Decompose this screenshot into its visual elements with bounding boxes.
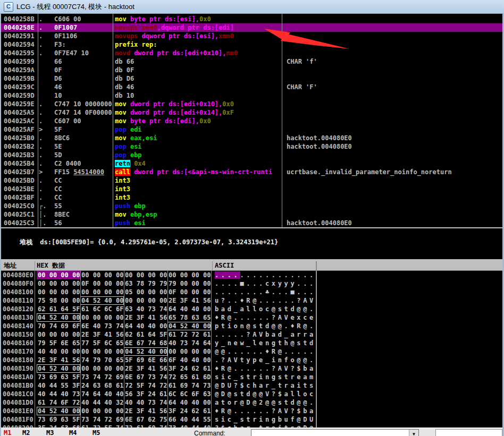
hex-group[interactable]: 72 61 69 74 — [124, 424, 167, 428]
hex-group[interactable]: 75 98 00 00 — [37, 296, 80, 305]
app-icon[interactable]: C — [4, 2, 13, 12]
dump-row[interactable]: 00408110 75 98 00 0004 52 40 0000 00 00 … — [1, 296, 502, 305]
hex-group[interactable]: 73 74 72 69 — [80, 415, 124, 424]
hex-group[interactable]: 61 72 72 61 — [167, 330, 211, 339]
title-bar[interactable]: C LCG - 线程 00007C74, 模块 - hacktoot — [0, 0, 504, 14]
hex-group[interactable]: 00 00 00 00 — [124, 271, 167, 279]
hex-group[interactable]: 04 52 40 00 — [167, 322, 211, 330]
disasm-row[interactable]: 004025B7 > FF15 54514000 call dword ptr … — [1, 168, 502, 176]
hex-group[interactable]: 2E 3F 41 56 — [80, 330, 124, 339]
hex-group[interactable]: 24 63 68 61 — [80, 381, 124, 390]
hex-group[interactable]: 66 40 44 55 — [167, 415, 211, 424]
dump-ascii[interactable]: ♦R@......?AVexce — [215, 313, 316, 322]
disasm-row[interactable]: 004025BF . CC int3 — [1, 193, 502, 202]
dump-ascii[interactable]: ................ — [215, 271, 316, 279]
disasm-row[interactable]: 004025B4 . C2 0400 retn 0x4 — [1, 159, 502, 168]
hex-group[interactable]: 00 00 00 00 — [37, 279, 80, 288]
hex-group[interactable]: 40 73 74 64 — [167, 339, 211, 347]
hex-group[interactable]: 3F 24 62 61 — [167, 407, 211, 415]
dump-tab-m3[interactable]: M3 — [46, 429, 54, 436]
dump-row[interactable]: 00408170 40 40 00 0000 00 00 0004 52 40 … — [1, 347, 502, 356]
disasm-row[interactable]: 004025C0 ┌. 55 push ebp — [1, 202, 502, 210]
dump-row[interactable]: 004080E0 00 00 00 0000 00 00 0000 00 00 … — [1, 271, 502, 279]
hex-group[interactable]: 3F 24 63 68 — [37, 424, 80, 428]
dump-row[interactable]: 004081B0 40 44 55 3F24 63 68 6172 5F 74 … — [1, 381, 502, 390]
hex-group[interactable]: 2E 3F 41 56 — [124, 407, 167, 415]
dump-tab-m2[interactable]: M2 — [22, 429, 30, 436]
hex-group[interactable]: 64 40 40 00 — [167, 398, 211, 407]
disasm-row[interactable]: 004025AF > 5F pop edi — [1, 125, 502, 134]
dropdown-arrow-icon[interactable]: ▼ — [409, 430, 418, 436]
hex-group[interactable]: 61 72 5F 74 — [80, 424, 124, 428]
hex-dump-pane[interactable]: 004080E0 00 00 00 0000 00 00 0000 00 00 … — [1, 271, 502, 428]
hex-group[interactable]: 72 5F 74 72 — [124, 381, 167, 390]
dump-ascii[interactable]: ?$char_traits@D@ — [215, 424, 316, 428]
dump-ascii[interactable]: ption@std@@.♦R@. — [215, 322, 316, 330]
hex-group[interactable]: 00 00 00 00 — [37, 271, 80, 279]
disasm-row[interactable]: 0040259D 10 db 10 — [1, 91, 502, 100]
hex-group[interactable]: 74 64 40 40 — [80, 390, 124, 398]
dump-row[interactable]: 004081A0 73 69 63 5F73 74 72 696E 67 73 … — [1, 373, 502, 381]
hex-group[interactable]: 00 00 00 00 — [37, 330, 80, 339]
dump-row[interactable]: 004080F0 00 00 00 000F 00 00 0063 78 79 … — [1, 279, 502, 288]
hex-group[interactable]: 2E 3F 41 56 — [167, 296, 211, 305]
column-divider[interactable] — [113, 14, 113, 227]
disasm-row[interactable]: 004025AC . C607 00 mov byte ptr ds:[edi]… — [1, 117, 502, 125]
hex-group[interactable]: 6E 67 62 75 — [124, 415, 167, 424]
hex-group[interactable]: 61 74 6F 72 — [37, 398, 80, 407]
hex-group[interactable]: 72 65 61 6D — [167, 373, 211, 381]
hex-group[interactable]: 00 00 00 00 — [80, 407, 124, 415]
dump-ascii[interactable]: ator@D@2@@std@@. — [215, 398, 316, 407]
column-divider[interactable] — [38, 14, 38, 227]
disasm-row[interactable]: 004025B3 . 5D pop ebp — [1, 151, 502, 159]
disasm-row[interactable]: 00402591 . 0F1106 movups dqword ptr ds:[… — [1, 32, 502, 40]
disasm-row[interactable]: 0040259B D6 db D6 — [1, 74, 502, 83]
hex-group[interactable]: 77 5F 6C 65 — [80, 339, 124, 347]
hex-group[interactable]: 00 00 00 00 — [124, 296, 167, 305]
disasm-row[interactable]: 00402599 66 db 66 CHAR 'f' — [1, 57, 502, 66]
hex-group[interactable]: 00 00 00 00 — [80, 347, 124, 356]
dump-row[interactable]: 00408190 04 52 40 0000 00 00 002E 3F 41 … — [1, 364, 502, 373]
dump-ascii[interactable]: .?AVtype_info@@. — [215, 356, 316, 364]
hex-group[interactable]: 40 40 00 00 — [37, 347, 80, 356]
column-divider[interactable] — [282, 14, 282, 227]
hex-group[interactable]: 40 44 55 3F — [37, 381, 80, 390]
hex-group[interactable]: 79 00 00 00 — [167, 279, 211, 288]
dump-row[interactable]: 004081D0 61 74 6F 7240 44 40 3240 40 73 … — [1, 398, 502, 407]
disasm-row[interactable]: 0040258B . C606 00 mov byte ptr ds:[esi]… — [1, 15, 502, 23]
hex-group[interactable]: 65 78 63 65 — [167, 313, 211, 322]
command-input[interactable] — [252, 430, 409, 436]
hex-group[interactable]: 6C 6C 6F 63 — [167, 390, 211, 398]
hex-group[interactable]: 61 69 74 73 — [167, 381, 211, 390]
disasm-row[interactable]: 004025B0 . 8BC6 mov eax,esi hacktoot.004… — [1, 134, 502, 142]
dump-ascii[interactable]: ♦R@......?AV?$ba — [215, 364, 316, 373]
hex-group[interactable]: 00 00 00 00 — [80, 364, 124, 373]
hex-group[interactable]: 62 61 64 5F — [124, 330, 167, 339]
hex-group[interactable]: 61 6C 6C 6F — [80, 305, 124, 313]
disassembly-pane[interactable]: 0040258B . C606 00 mov byte ptr ds:[esi]… — [1, 14, 502, 227]
hex-group[interactable]: 6E 40 73 74 — [80, 322, 124, 330]
disasm-row[interactable]: 0040259A 0F db 0F — [1, 66, 502, 74]
dump-ascii[interactable]: @@......♦R@..... — [215, 347, 316, 356]
dump-ascii[interactable]: @DU?$char_traits — [215, 381, 316, 390]
dump-row[interactable]: 004081E0 04 52 40 0000 00 00 002E 3F 41 … — [1, 407, 502, 415]
hex-group[interactable]: 2E 3F 41 56 — [37, 356, 80, 364]
dump-ascii[interactable]: ....■...cxyyy... — [215, 279, 316, 288]
hex-group[interactable]: 00 00 00 00 — [80, 271, 124, 279]
dump-ascii[interactable]: sic_stringstream — [215, 373, 316, 381]
hex-group[interactable]: 63 40 73 74 — [124, 305, 167, 313]
hex-group[interactable]: 00 00 00 00 — [80, 313, 124, 322]
hex-group[interactable]: 2E 3F 41 56 — [124, 313, 167, 322]
hex-group[interactable]: 63 78 79 79 — [124, 279, 167, 288]
hex-group[interactable]: 00 00 00 00 — [37, 288, 80, 296]
hex-group[interactable]: 5F 69 6E 66 — [124, 356, 167, 364]
hex-group[interactable]: 00 00 00 00 — [167, 271, 211, 279]
dump-row[interactable]: 00408180 2E 3F 41 5674 79 70 655F 69 6E … — [1, 356, 502, 364]
hex-group[interactable]: 04 52 40 00 — [80, 296, 124, 305]
disasm-row[interactable]: 004025BE . CC int3 — [1, 185, 502, 193]
hex-group[interactable]: 73 69 63 5F — [37, 373, 80, 381]
hex-group[interactable]: 74 79 70 65 — [80, 356, 124, 364]
disasm-row[interactable]: 004025C3 │. 56 push esi hacktoot.004080E… — [1, 219, 502, 227]
hex-group[interactable]: 73 40 44 40 — [167, 424, 211, 428]
hex-group[interactable]: 40 44 40 32 — [80, 398, 124, 407]
